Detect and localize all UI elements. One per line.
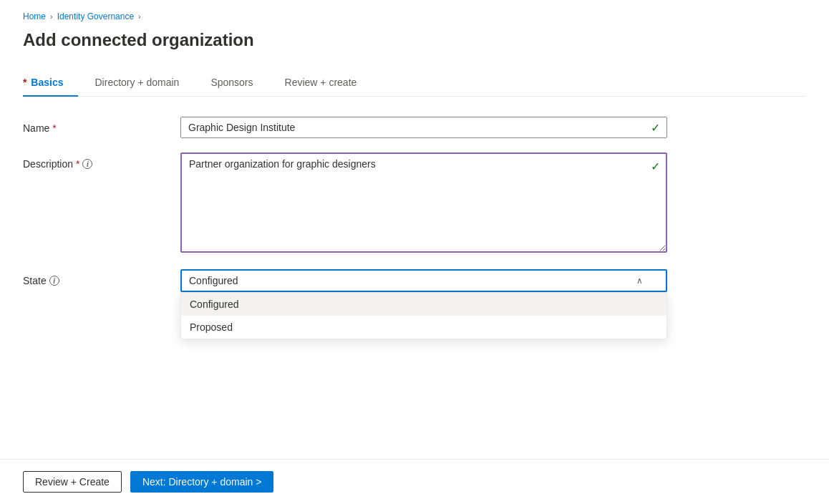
description-required-star: * bbox=[76, 158, 79, 170]
description-info-icon[interactable]: i bbox=[82, 159, 92, 169]
breadcrumb: Home › Identity Governance › bbox=[23, 11, 806, 21]
state-chevron-icon: ∧ bbox=[636, 276, 643, 286]
tab-basics-label: Basics bbox=[31, 77, 63, 88]
tab-review-create[interactable]: Review + create bbox=[285, 71, 372, 97]
state-field-row: State i Configured ∧ Configured Proposed bbox=[23, 269, 667, 292]
tab-sponsors-label: Sponsors bbox=[210, 77, 253, 88]
tab-directory-domain-label: Directory + domain bbox=[95, 77, 180, 88]
form-section: Name * ✓ Description * i Partner organiz… bbox=[23, 117, 667, 292]
description-field-row: Description * i Partner organization for… bbox=[23, 152, 667, 255]
description-textarea[interactable]: Partner organization for graphic designe… bbox=[180, 152, 667, 253]
name-check-icon: ✓ bbox=[651, 121, 660, 135]
state-dropdown-wrapper: Configured ∧ Configured Proposed bbox=[180, 269, 667, 292]
tab-review-create-label: Review + create bbox=[285, 77, 357, 88]
description-label-text: Description bbox=[23, 158, 73, 170]
state-info-icon[interactable]: i bbox=[49, 276, 59, 286]
tab-basics[interactable]: * Basics bbox=[23, 71, 78, 97]
state-option-proposed[interactable]: Proposed bbox=[181, 316, 666, 339]
state-label-text: State bbox=[23, 275, 47, 286]
breadcrumb-chevron-2: › bbox=[138, 12, 141, 21]
breadcrumb-home[interactable]: Home bbox=[23, 11, 46, 21]
name-input-wrapper: ✓ bbox=[180, 117, 667, 138]
state-dropdown-trigger[interactable]: Configured ∧ bbox=[180, 269, 667, 292]
state-selected-value: Configured bbox=[189, 275, 238, 286]
name-label: Name * bbox=[23, 117, 180, 134]
name-required-star: * bbox=[52, 122, 56, 134]
description-check-icon: ✓ bbox=[651, 160, 660, 173]
state-option-configured[interactable]: Configured bbox=[181, 293, 666, 316]
tab-sponsors[interactable]: Sponsors bbox=[210, 71, 267, 97]
basics-required-star: * bbox=[23, 77, 26, 88]
tabs-nav: * Basics Directory + domain Sponsors Rev… bbox=[23, 70, 806, 97]
description-label: Description * i bbox=[23, 152, 180, 170]
footer: Review + Create Next: Directory + domain… bbox=[0, 459, 829, 504]
description-input-wrapper: Partner organization for graphic designe… bbox=[180, 152, 667, 255]
breadcrumb-chevron-1: › bbox=[50, 12, 53, 21]
name-field-row: Name * ✓ bbox=[23, 117, 667, 138]
page-title: Add connected organization bbox=[23, 30, 806, 50]
tab-directory-domain[interactable]: Directory + domain bbox=[95, 71, 194, 97]
next-button[interactable]: Next: Directory + domain > bbox=[130, 471, 274, 493]
review-create-button[interactable]: Review + Create bbox=[23, 471, 122, 493]
state-dropdown-menu: Configured Proposed bbox=[180, 292, 667, 339]
state-label: State i bbox=[23, 269, 180, 286]
name-input[interactable] bbox=[180, 117, 667, 138]
breadcrumb-identity-governance[interactable]: Identity Governance bbox=[57, 11, 134, 21]
name-label-text: Name bbox=[23, 122, 49, 134]
